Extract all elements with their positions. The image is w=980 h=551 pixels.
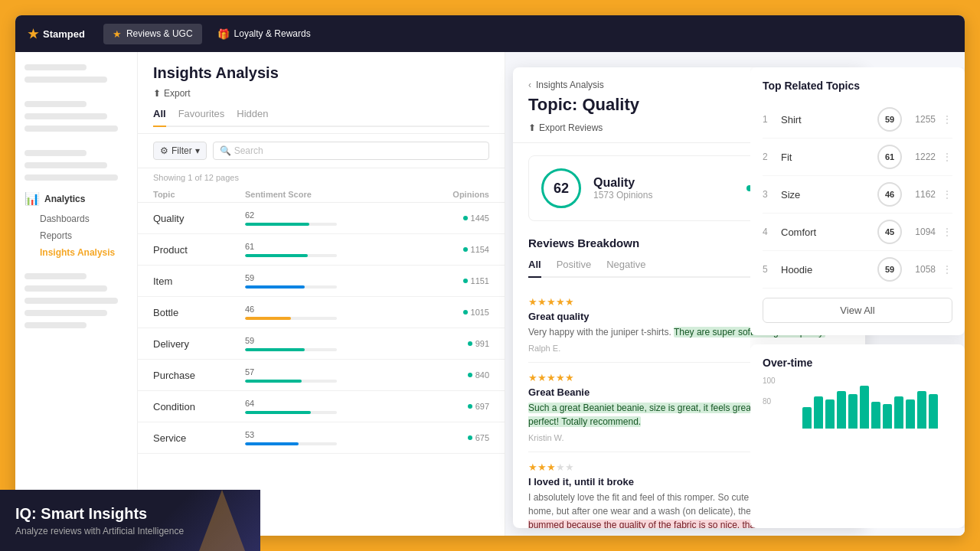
topic-menu-icon-1[interactable]: ⋮ xyxy=(942,113,952,126)
skeleton-8 xyxy=(24,174,118,181)
export-icon: ⬆ xyxy=(153,88,161,99)
topic-menu-icon-2[interactable]: ⋮ xyxy=(942,151,952,163)
nav-tab-loyalty[interactable]: 🎁 Loyalty & Rewards xyxy=(208,24,320,44)
related-topic-score-4: 45 xyxy=(877,220,902,244)
skeleton-4 xyxy=(24,113,107,119)
bar-9 xyxy=(894,396,903,429)
tab-all[interactable]: All xyxy=(153,108,166,127)
search-placeholder: Search xyxy=(234,145,263,156)
table-row-delivery[interactable]: Delivery 59 991 xyxy=(138,328,505,360)
row-sentiment-condition: 64 xyxy=(245,399,428,414)
col-header-sentiment: Sentiment Score xyxy=(245,190,428,199)
skeleton-6 xyxy=(24,150,87,156)
topic-table: Topic Sentiment Score Opinions Quality 6… xyxy=(138,187,505,454)
review-author-2: Kristin W. xyxy=(528,433,564,442)
skeleton-11 xyxy=(24,298,118,304)
showing-text: Showing 1 of 12 pages xyxy=(138,168,505,187)
row-opinions-bottle: 1015 xyxy=(428,308,489,317)
chart-label-80: 80 xyxy=(763,397,781,406)
quality-opinions: 1573 Opinions xyxy=(593,190,734,201)
related-topics-card: Top Related Topics 1 Shirt 59 1255 ⋮ 2 F… xyxy=(750,67,965,335)
row-opinions-purchase: 840 xyxy=(428,370,489,380)
row-opinions-delivery: 991 xyxy=(428,339,489,348)
related-topics-title: Top Related Topics xyxy=(763,80,952,92)
search-input-container[interactable]: 🔍 Search xyxy=(213,142,489,160)
related-topic-3[interactable]: 3 Size 46 1162 ⋮ xyxy=(763,176,952,214)
related-topic-name-5: Hoodie xyxy=(781,264,871,276)
nav-tab-reviews[interactable]: ★ Reviews & UGC xyxy=(103,24,202,44)
tabs-row: All Favourites Hidden xyxy=(153,108,489,127)
related-topic-2[interactable]: 2 Fit 61 1222 ⋮ xyxy=(763,139,952,176)
sidebar-item-dashboards[interactable]: Dashboards xyxy=(15,210,137,227)
row-topic-item: Item xyxy=(153,276,245,287)
related-topic-5[interactable]: 5 Hoodie 59 1058 ⋮ xyxy=(763,251,952,289)
table-row-service[interactable]: Service 53 675 xyxy=(138,422,505,454)
related-topic-name-2: Fit xyxy=(781,152,871,163)
sidebar-item-reports[interactable]: Reports xyxy=(15,227,137,244)
quality-name: Quality xyxy=(593,176,734,190)
topic-menu-icon-4[interactable]: ⋮ xyxy=(942,226,952,238)
topic-menu-icon-3[interactable]: ⋮ xyxy=(942,188,952,201)
reports-label: Reports xyxy=(40,230,72,241)
row-topic-product: Product xyxy=(153,244,245,256)
related-topic-count-3: 1162 xyxy=(908,189,936,200)
related-topic-score-2: 61 xyxy=(877,145,902,169)
row-opinions-item: 1151 xyxy=(428,276,489,285)
related-topic-name-4: Comfort xyxy=(781,227,871,238)
col-header-opinions: Opinions xyxy=(428,190,489,199)
related-topic-name-3: Size xyxy=(781,189,871,201)
skeleton-5 xyxy=(24,126,118,132)
tab-hidden[interactable]: Hidden xyxy=(237,108,268,127)
overtime-title: Over-time xyxy=(763,357,952,369)
row-opinions-service: 675 xyxy=(428,433,489,442)
search-icon: 🔍 xyxy=(220,145,231,156)
overtime-card: Over-time 100 80 xyxy=(750,344,965,528)
related-topic-num-4: 4 xyxy=(763,227,775,237)
related-topic-num-1: 1 xyxy=(763,114,775,125)
filter-button[interactable]: ⚙ Filter ▾ xyxy=(153,142,207,160)
filter-icon: ⚙ xyxy=(160,145,168,156)
row-topic-delivery: Delivery xyxy=(153,338,245,350)
row-sentiment-delivery: 59 xyxy=(245,336,428,351)
tab-favourites[interactable]: Favourites xyxy=(178,108,225,127)
topic-menu-icon-5[interactable]: ⋮ xyxy=(942,263,952,276)
view-all-button[interactable]: View All xyxy=(763,298,952,323)
related-topic-4[interactable]: 4 Comfort 45 1094 ⋮ xyxy=(763,214,952,251)
row-sentiment-product: 61 xyxy=(245,242,428,257)
table-row-bottle[interactable]: Bottle 46 1015 xyxy=(138,297,505,328)
insights-label: Insights Analysis xyxy=(40,247,115,258)
table-row-condition[interactable]: Condition 64 697 xyxy=(138,391,505,422)
bottom-promo: IQ: Smart Insights Analyze reviews with … xyxy=(0,490,260,551)
bar-2 xyxy=(814,396,823,429)
bar-8 xyxy=(883,404,892,429)
review-tab-all[interactable]: All xyxy=(528,259,541,278)
filter-chevron: ▾ xyxy=(195,145,200,156)
related-topic-count-2: 1222 xyxy=(908,152,936,162)
related-topic-1[interactable]: 1 Shirt 59 1255 ⋮ xyxy=(763,101,952,139)
table-row-purchase[interactable]: Purchase 57 840 xyxy=(138,360,505,391)
bar-7 xyxy=(871,402,880,429)
related-topic-score-3: 46 xyxy=(877,182,902,207)
skeleton-13 xyxy=(24,322,87,328)
export-button[interactable]: ⬆ Export xyxy=(153,88,489,99)
review-tab-positive[interactable]: Positive xyxy=(557,259,592,278)
related-topic-num-2: 2 xyxy=(763,152,775,162)
analytics-label: Analytics xyxy=(44,194,85,204)
promo-title: IQ: Smart Insights xyxy=(15,505,245,523)
skeleton-12 xyxy=(24,310,107,316)
content-area: Insights Analysis ⬆ Export All Favourite… xyxy=(138,52,965,536)
back-chevron-icon: ‹ xyxy=(528,80,531,90)
top-nav: ★ Stamped ★ Reviews & UGC 🎁 Loyalty & Re… xyxy=(15,15,965,52)
table-row-product[interactable]: Product 61 1154 xyxy=(138,234,505,266)
table-row-item[interactable]: Item 59 1151 xyxy=(138,266,505,297)
sidebar-item-insights[interactable]: Insights Analysis xyxy=(15,244,137,261)
filter-label: Filter xyxy=(172,145,192,156)
table-row-quality[interactable]: Quality 62 1445 xyxy=(138,203,505,234)
related-topic-count-1: 1255 xyxy=(908,114,936,125)
export-label: Export xyxy=(164,88,191,99)
panel-title: Insights Analysis xyxy=(153,64,489,82)
skeleton-7 xyxy=(24,162,107,168)
related-topic-score-1: 59 xyxy=(877,107,902,132)
review-tab-negative[interactable]: Negative xyxy=(606,259,645,278)
row-opinions-condition: 697 xyxy=(428,402,489,411)
